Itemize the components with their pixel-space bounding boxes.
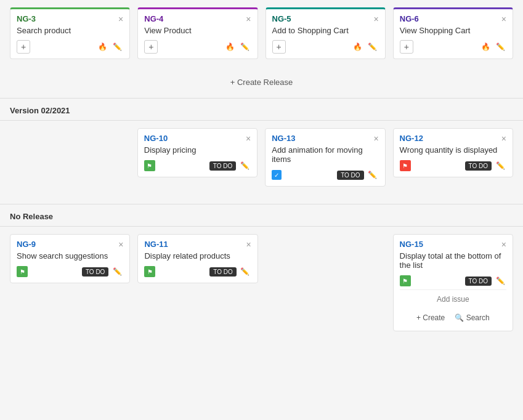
empty-column xyxy=(266,234,386,283)
card-header: NG-5 × xyxy=(272,14,379,23)
card-close-button[interactable]: × xyxy=(246,240,251,249)
card-header: NG-10 × xyxy=(144,134,251,143)
todo-badge: TO DO xyxy=(465,277,492,286)
card-close-button[interactable]: × xyxy=(501,134,506,143)
card-left-icons: ⚑ xyxy=(17,266,28,277)
add-button[interactable]: + xyxy=(400,40,413,54)
card-ng-9: NG-9 × Show search suggestions ⚑ TO DO ✏… xyxy=(10,234,130,283)
card-title: Wrong quantity is displayed xyxy=(400,145,506,155)
card-header: NG-9 × xyxy=(17,240,123,249)
todo-badge: TO DO xyxy=(209,267,236,277)
add-button[interactable]: + xyxy=(17,40,30,54)
card-footer: ⚑ TO DO ✏️ xyxy=(400,160,506,172)
card-header: NG-15 × xyxy=(400,240,506,249)
flame-icon[interactable]: 🔥 xyxy=(224,41,237,53)
card-right-icons: TO DO ✏️ xyxy=(337,169,378,181)
card-left-icons: + xyxy=(400,40,413,54)
flag-green-icon: ⚑ xyxy=(144,160,155,171)
card-ng-15: NG-15 × Display total at the bottom of t… xyxy=(393,234,513,331)
card-id: NG-9 xyxy=(17,240,36,249)
flame-icon[interactable]: 🔥 xyxy=(352,41,364,53)
add-button[interactable]: + xyxy=(272,40,286,54)
card-title: Add animation for moving items xyxy=(272,145,378,164)
create-button[interactable]: + Create xyxy=(414,312,447,323)
todo-badge: TO DO xyxy=(465,161,492,171)
card-close-button[interactable]: × xyxy=(501,240,506,249)
flag-red-icon: ⚑ xyxy=(400,160,411,171)
flag-green-icon: ⚑ xyxy=(17,266,28,277)
card-close-button[interactable]: × xyxy=(118,15,123,23)
card-id: NG-10 xyxy=(144,134,168,143)
card-id: NG-6 xyxy=(400,14,419,23)
card-left-icons: ⚑ xyxy=(144,160,155,171)
card-id: NG-5 xyxy=(272,14,291,23)
section-cards-row: NG-10 × Display pricing ⚑ TO DO ✏️ NG-13… xyxy=(0,121,523,194)
add-issue-label: Add issue xyxy=(400,289,506,309)
flame-icon[interactable]: 🔥 xyxy=(96,41,108,53)
card-id: NG-4 xyxy=(144,14,163,23)
pencil-icon[interactable]: ✏️ xyxy=(494,160,506,172)
pencil-icon[interactable]: ✏️ xyxy=(494,41,506,53)
card-right-icons: 🔥 ✏️ xyxy=(96,41,123,53)
card-left-icons: ⚑ xyxy=(400,160,411,171)
top-cards-row: NG-3 × Search product + 🔥 ✏️ NG-4 × View… xyxy=(0,0,523,67)
card-id: NG-13 xyxy=(272,134,295,143)
flame-icon[interactable]: 🔥 xyxy=(479,41,492,53)
card-header: NG-4 × xyxy=(144,14,251,23)
pencil-icon[interactable]: ✏️ xyxy=(238,160,251,172)
empty-column xyxy=(10,128,130,177)
pencil-icon[interactable]: ✏️ xyxy=(239,265,251,278)
card-left-icons: ✓ xyxy=(272,170,282,180)
sections-container: Version 02/2021 NG-10 × Display pricing … xyxy=(0,98,523,349)
top-card-ng-6: NG-6 × View Shopping Cart + 🔥 ✏️ xyxy=(393,7,513,59)
card-title: Display total at the bottom of the list xyxy=(400,251,506,270)
card-title: Search product xyxy=(17,26,123,35)
card-footer: ⚑ TO DO ✏️ xyxy=(17,265,123,278)
pencil-icon[interactable]: ✏️ xyxy=(367,169,379,181)
card-footer: ⚑ TO DO ✏️ xyxy=(400,275,506,287)
card-header: NG-11 × xyxy=(144,240,251,249)
pencil-icon[interactable]: ✏️ xyxy=(111,41,123,53)
add-button[interactable]: + xyxy=(144,40,158,54)
section-0: Version 02/2021 NG-10 × Display pricing … xyxy=(0,98,523,204)
card-close-button[interactable]: × xyxy=(118,240,123,249)
card-close-button[interactable]: × xyxy=(246,134,251,143)
search-button[interactable]: 🔍 Search xyxy=(452,312,492,323)
card-left-icons: + xyxy=(144,40,158,54)
card-id: NG-11 xyxy=(144,240,168,249)
card-header: NG-13 × xyxy=(272,134,378,143)
card-left-icons: + xyxy=(17,40,30,54)
card-left-icons: + xyxy=(272,40,286,54)
card-close-button[interactable]: × xyxy=(374,15,379,23)
top-card-ng-4: NG-4 × View Product + 🔥 ✏️ xyxy=(137,7,257,59)
todo-badge: TO DO xyxy=(337,171,363,180)
card-close-button[interactable]: × xyxy=(501,15,506,23)
section-header: Version 02/2021 xyxy=(0,98,523,121)
card-title: Show search suggestions xyxy=(17,251,123,260)
create-release-button[interactable]: + Create Release xyxy=(223,74,301,91)
card-right-icons: TO DO ✏️ xyxy=(465,160,506,172)
flag-green-icon: ⚑ xyxy=(400,275,411,286)
card-left-icons: ⚑ xyxy=(400,275,411,286)
card-left-icons: ⚑ xyxy=(144,266,155,277)
create-release-bar: + Create Release xyxy=(0,67,523,98)
card-footer: + 🔥 ✏️ xyxy=(272,40,379,54)
card-footer: + 🔥 ✏️ xyxy=(17,40,123,54)
card-close-button[interactable]: × xyxy=(373,134,378,143)
card-title: View Product xyxy=(144,26,251,35)
card-title: Add to Shopping Cart xyxy=(272,26,379,35)
card-right-icons: TO DO ✏️ xyxy=(465,275,506,287)
card-ng-12: NG-12 × Wrong quantity is displayed ⚑ TO… xyxy=(393,128,513,177)
card-footer: + 🔥 ✏️ xyxy=(144,40,251,54)
pencil-icon[interactable]: ✏️ xyxy=(111,265,123,278)
card-header: NG-3 × xyxy=(17,14,123,23)
card-right-icons: 🔥 ✏️ xyxy=(352,41,379,53)
checkbox-icon[interactable]: ✓ xyxy=(272,170,282,180)
card-close-button[interactable]: × xyxy=(246,15,251,23)
pencil-icon[interactable]: ✏️ xyxy=(494,275,506,287)
card-title: View Shopping Cart xyxy=(400,26,506,35)
pencil-icon[interactable]: ✏️ xyxy=(367,41,379,53)
pencil-icon[interactable]: ✏️ xyxy=(239,41,251,53)
card-ng-10: NG-10 × Display pricing ⚑ TO DO ✏️ xyxy=(137,128,257,177)
section-header: No Release xyxy=(0,204,523,227)
